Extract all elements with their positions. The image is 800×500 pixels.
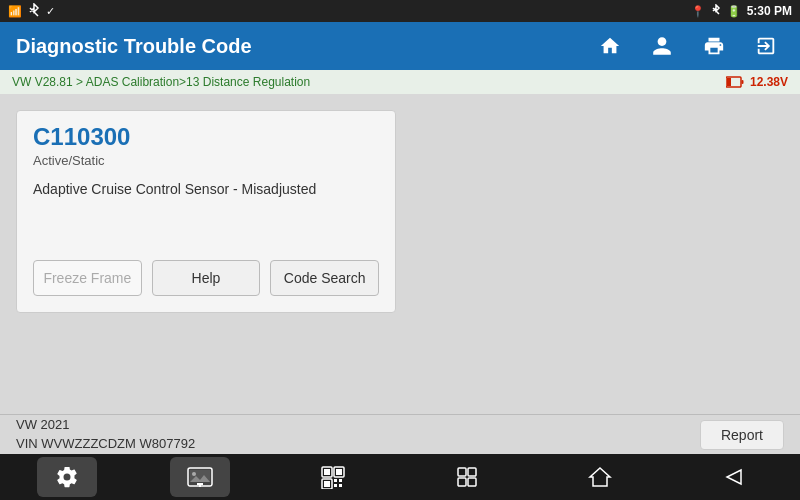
- svg-rect-19: [458, 468, 466, 476]
- breadcrumb-bar: VW V28.81 > ADAS Calibration>13 Distance…: [0, 70, 800, 94]
- exit-button[interactable]: [748, 28, 784, 64]
- report-button[interactable]: Report: [700, 420, 784, 450]
- nav-bar: [0, 454, 800, 500]
- user-button[interactable]: [644, 28, 680, 64]
- svg-rect-21: [458, 478, 466, 486]
- header-actions: [592, 28, 784, 64]
- nav-settings-button[interactable]: [37, 457, 97, 497]
- dtc-card: C110300 Active/Static Adaptive Cruise Co…: [16, 110, 396, 313]
- svg-rect-8: [199, 485, 201, 487]
- bluetooth-icon: [28, 3, 40, 19]
- home-button[interactable]: [592, 28, 628, 64]
- svg-rect-7: [197, 483, 203, 485]
- battery-icon: 🔋: [727, 5, 741, 18]
- clock: 5:30 PM: [747, 4, 792, 18]
- svg-marker-24: [727, 470, 741, 484]
- breadcrumb: VW V28.81 > ADAS Calibration>13 Distance…: [12, 75, 310, 89]
- svg-rect-18: [339, 484, 342, 487]
- bottom-info-bar: VW 2021 VIN WVWZZZCDZM W807792 Report: [0, 414, 800, 454]
- print-button[interactable]: [696, 28, 732, 64]
- check-icon: ✓: [46, 5, 55, 18]
- svg-rect-2: [727, 78, 731, 86]
- bluetooth-status-icon: [711, 4, 721, 18]
- svg-rect-20: [468, 468, 476, 476]
- svg-rect-14: [324, 481, 330, 487]
- svg-marker-23: [590, 468, 610, 486]
- svg-rect-12: [336, 469, 342, 475]
- wifi-icon: 📶: [8, 5, 22, 18]
- nav-back-button[interactable]: [703, 457, 763, 497]
- svg-point-6: [192, 472, 196, 476]
- svg-rect-15: [334, 479, 337, 482]
- vehicle-vin: VIN WVWZZZCDZM W807792: [16, 435, 195, 453]
- svg-rect-22: [468, 478, 476, 486]
- svg-rect-17: [334, 484, 337, 487]
- location-icon: 📍: [691, 5, 705, 18]
- svg-rect-10: [324, 469, 330, 475]
- dtc-code: C110300: [33, 123, 379, 151]
- nav-gallery-button[interactable]: [170, 457, 230, 497]
- nav-scan-button[interactable]: [303, 457, 363, 497]
- svg-rect-1: [741, 80, 743, 84]
- dtc-status: Active/Static: [33, 153, 379, 168]
- header: Diagnostic Trouble Code: [0, 22, 800, 70]
- vehicle-info: VW 2021 VIN WVWZZZCDZM W807792: [16, 416, 195, 452]
- status-bar: 📶 ✓ 📍 🔋 5:30 PM: [0, 0, 800, 22]
- dtc-button-group: Freeze Frame Help Code Search: [33, 260, 379, 296]
- help-button[interactable]: Help: [152, 260, 261, 296]
- nav-recent-button[interactable]: [437, 457, 497, 497]
- code-search-button[interactable]: Code Search: [270, 260, 379, 296]
- main-content: C110300 Active/Static Adaptive Cruise Co…: [0, 94, 800, 434]
- battery-voltage: 12.38V: [726, 75, 788, 89]
- nav-home-button[interactable]: [570, 457, 630, 497]
- page-title: Diagnostic Trouble Code: [16, 35, 252, 58]
- dtc-description: Adaptive Cruise Control Sensor - Misadju…: [33, 180, 379, 200]
- svg-rect-16: [339, 479, 342, 482]
- vehicle-make-year: VW 2021: [16, 416, 195, 434]
- freeze-frame-button[interactable]: Freeze Frame: [33, 260, 142, 296]
